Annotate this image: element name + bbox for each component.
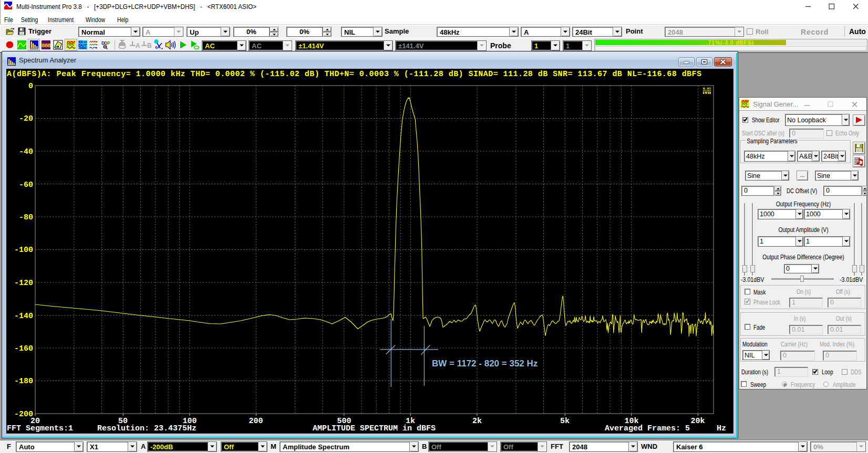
svg-text:-180: -180 bbox=[14, 377, 33, 386]
svg-text:888: 888 bbox=[42, 43, 51, 49]
svg-text:200: 200 bbox=[249, 417, 263, 426]
svg-text:2k: 2k bbox=[472, 417, 482, 426]
svg-text:A: A bbox=[136, 42, 140, 49]
svg-text:Hz: Hz bbox=[717, 424, 726, 433]
svg-text:A(dBFS)A: Peak Frequency= 1.0: A(dBFS)A: Peak Frequency= 1.0000 kHz THD… bbox=[7, 70, 701, 79]
svg-text:-100: -100 bbox=[14, 246, 33, 255]
svg-text:0: 0 bbox=[28, 82, 33, 91]
svg-text:-160: -160 bbox=[14, 344, 33, 353]
svg-text:AMPLITUDE SPECTRUM in dBFS: AMPLITUDE SPECTRUM in dBFS bbox=[313, 424, 436, 433]
svg-text:-120: -120 bbox=[14, 279, 33, 288]
svg-text:-140: -140 bbox=[14, 312, 33, 321]
svg-text:FFT Segments:1: FFT Segments:1 bbox=[7, 424, 73, 433]
svg-text:P: P bbox=[107, 40, 110, 46]
svg-text:-60: -60 bbox=[19, 181, 33, 189]
svg-text:BW = 1172 - 820 = 352 Hz: BW = 1172 - 820 = 352 Hz bbox=[432, 359, 538, 368]
svg-text:DUT: DUT bbox=[78, 43, 87, 48]
svg-text:-40: -40 bbox=[19, 148, 33, 156]
svg-text:Resolution: 23.4375Hz: Resolution: 23.4375Hz bbox=[97, 424, 197, 433]
svg-text:Averaged Frames: 5: Averaged Frames: 5 bbox=[605, 424, 690, 433]
svg-text:-80: -80 bbox=[19, 213, 33, 222]
svg-text:5k: 5k bbox=[560, 417, 570, 426]
svg-text:20k: 20k bbox=[690, 417, 705, 426]
svg-text:-20: -20 bbox=[19, 114, 33, 123]
svg-text:B: B bbox=[147, 42, 152, 49]
